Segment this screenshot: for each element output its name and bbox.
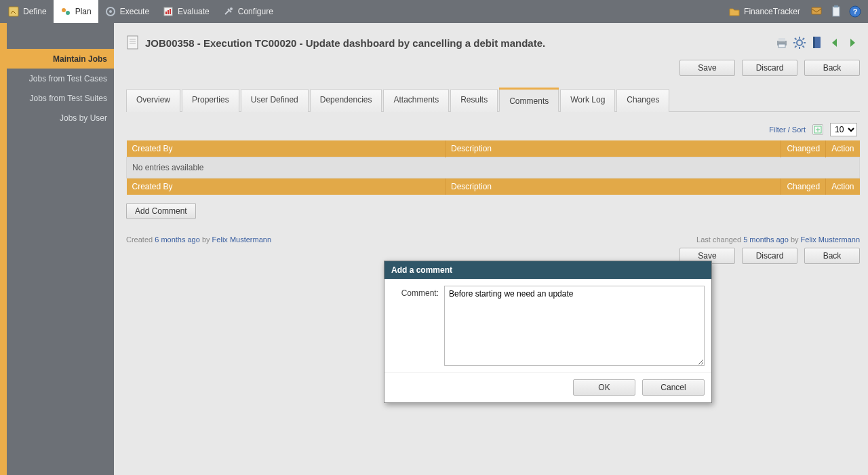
svg-rect-12 <box>834 5 838 7</box>
project-selector[interactable]: FinanceTracker <box>724 5 806 18</box>
page-size-select[interactable]: 10 <box>830 123 857 136</box>
define-icon <box>8 6 19 17</box>
created-by-word: by <box>202 235 210 244</box>
column-action-footer[interactable]: Action <box>826 178 860 195</box>
comments-panel: Filter / Sort 10 Created By Descript <box>126 112 860 219</box>
sidebar-item-label: Maintain Jobs <box>53 54 107 64</box>
dialog-footer: OK Cancel <box>384 372 711 402</box>
tabs-container: Overview Properties User Defined Depende… <box>126 88 860 219</box>
topnav-define[interactable]: Define <box>1 0 54 23</box>
sidebar-item-jobs-from-test-suites[interactable]: Jobs from Test Suites <box>7 88 114 108</box>
tab-results[interactable]: Results <box>450 89 498 112</box>
topnav-plan[interactable]: Plan <box>54 0 98 23</box>
sidebar-item-label: Jobs by User <box>60 113 107 123</box>
topnav-execute[interactable]: Execute <box>98 0 156 23</box>
tab-work-log[interactable]: Work Log <box>560 89 615 112</box>
created-user-link[interactable]: Felix Mustermann <box>212 235 271 244</box>
book-icon[interactable] <box>810 35 825 50</box>
execute-icon <box>105 6 116 17</box>
tab-changes[interactable]: Changes <box>616 89 669 112</box>
evaluate-icon <box>163 6 174 17</box>
back-button[interactable]: Back <box>804 60 860 76</box>
comment-textarea[interactable] <box>444 286 705 366</box>
column-description-footer[interactable]: Description <box>446 178 781 195</box>
sidebar-item-maintain-jobs[interactable]: Maintain Jobs <box>7 49 114 69</box>
sidebar-item-jobs-from-test-cases[interactable]: Jobs from Test Cases <box>7 69 114 88</box>
column-created-by-footer[interactable]: Created By <box>127 178 446 195</box>
filter-sort-link[interactable]: Filter / Sort <box>769 126 806 134</box>
messages-icon[interactable] <box>810 4 825 19</box>
svg-line-28 <box>803 46 805 48</box>
topnav-label: Execute <box>120 7 149 16</box>
folder-icon <box>729 7 740 16</box>
svg-point-2 <box>66 11 70 15</box>
help-icon[interactable]: ? <box>848 4 863 19</box>
svg-line-30 <box>803 38 805 40</box>
dialog-cancel-button[interactable]: Cancel <box>642 379 705 396</box>
changed-meta: Last changed 5 months ago by Felix Muste… <box>696 235 860 244</box>
clipboard-icon[interactable] <box>829 4 844 19</box>
tab-bar: Overview Properties User Defined Depende… <box>126 88 860 112</box>
tab-comments[interactable]: Comments <box>499 89 559 112</box>
svg-point-4 <box>109 10 112 13</box>
sidebar-accent-strip <box>0 23 7 475</box>
svg-line-29 <box>795 46 797 48</box>
changed-by-word: by <box>791 235 799 244</box>
sidebar-item-label: Jobs from Test Suites <box>30 94 108 103</box>
svg-point-22 <box>797 40 802 45</box>
sidebar: Maintain Jobs Jobs from Test Cases Jobs … <box>7 23 114 475</box>
svg-rect-10 <box>812 7 821 14</box>
export-icon[interactable] <box>812 124 823 135</box>
topnav-label: Define <box>23 7 47 16</box>
top-menu-bar: Define Plan Execute Evaluate Configure F… <box>0 0 868 23</box>
arrow-right-icon[interactable] <box>845 35 860 50</box>
svg-rect-11 <box>833 7 840 16</box>
tab-properties[interactable]: Properties <box>182 89 239 112</box>
svg-rect-15 <box>127 36 138 49</box>
column-changed-footer[interactable]: Changed <box>781 178 826 195</box>
page-header: JOB00358 - Execution TC00020 - Update da… <box>126 35 860 50</box>
created-time-link[interactable]: 6 months ago <box>155 235 200 244</box>
svg-rect-32 <box>813 37 815 48</box>
svg-line-27 <box>795 38 797 40</box>
topnav-configure[interactable]: Configure <box>216 0 280 23</box>
print-icon[interactable] <box>774 35 789 50</box>
column-description[interactable]: Description <box>446 140 781 157</box>
tab-attachments[interactable]: Attachments <box>383 89 449 112</box>
topnav-label: Configure <box>238 7 273 16</box>
topnav-evaluate[interactable]: Evaluate <box>156 0 216 23</box>
column-created-by[interactable]: Created By <box>127 140 446 157</box>
svg-point-9 <box>230 7 233 10</box>
tab-dependencies[interactable]: Dependencies <box>310 89 382 112</box>
table-empty-row: No entries available <box>127 157 860 178</box>
svg-rect-6 <box>165 12 167 14</box>
svg-text:?: ? <box>853 7 858 16</box>
comments-table: Created By Description Changed Action No… <box>126 140 860 195</box>
sidebar-item-jobs-by-user[interactable]: Jobs by User <box>7 108 114 128</box>
save-button[interactable]: Save <box>679 60 735 76</box>
plan-icon <box>60 6 71 17</box>
dialog-title: Add a comment <box>384 261 711 279</box>
add-comment-button[interactable]: Add Comment <box>126 203 196 219</box>
tab-user-defined[interactable]: User Defined <box>241 89 309 112</box>
svg-point-1 <box>62 8 66 12</box>
svg-rect-20 <box>778 38 785 41</box>
back-button-bottom[interactable]: Back <box>804 248 860 264</box>
comment-field-label: Comment: <box>391 286 439 368</box>
changed-prefix: Last changed <box>696 235 741 244</box>
svg-rect-21 <box>778 44 785 48</box>
dialog-body: Comment: <box>384 279 711 372</box>
add-comment-dialog: Add a comment Comment: OK Cancel <box>384 261 712 403</box>
arrow-left-icon[interactable] <box>827 35 842 50</box>
document-icon <box>126 35 140 50</box>
discard-button-bottom[interactable]: Discard <box>742 248 797 264</box>
column-action[interactable]: Action <box>826 140 860 157</box>
dialog-ok-button[interactable]: OK <box>573 379 635 396</box>
discard-button[interactable]: Discard <box>742 60 797 76</box>
content-area: JOB00358 - Execution TC00020 - Update da… <box>114 23 868 475</box>
column-changed[interactable]: Changed <box>781 140 826 157</box>
changed-user-link[interactable]: Felix Mustermann <box>801 235 860 244</box>
tab-overview[interactable]: Overview <box>126 89 180 112</box>
changed-time-link[interactable]: 5 months ago <box>743 235 789 244</box>
gear-icon[interactable] <box>792 35 807 50</box>
